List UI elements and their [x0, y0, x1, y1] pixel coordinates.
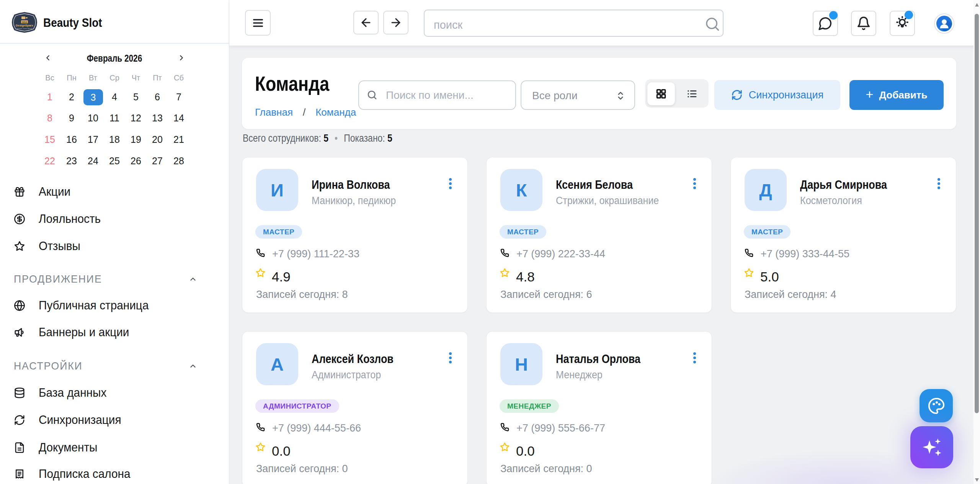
svg-text:OOA: OOA — [22, 21, 27, 23]
svg-text:DesignSparx: DesignSparx — [16, 24, 34, 27]
svg-text:Innovate. Create. Elevate: Innovate. Create. Elevate — [17, 28, 33, 29]
